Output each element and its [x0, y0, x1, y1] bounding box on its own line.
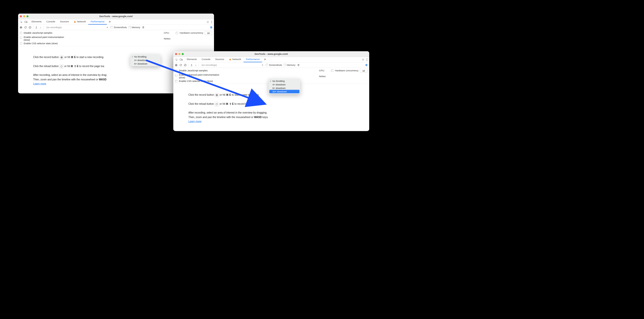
perf-toolbar: (no recordings) ▾ Screenshots Memory [18, 25, 214, 30]
trash-icon[interactable] [142, 26, 144, 29]
tab-sources[interactable]: Sources [213, 57, 226, 62]
device-icon[interactable] [180, 59, 183, 61]
minimize-icon[interactable] [23, 15, 25, 17]
inspect-icon[interactable] [175, 58, 178, 61]
checkbox-label: Disable JavaScript samples [24, 32, 52, 34]
perf-settings-gear-icon[interactable] [210, 26, 212, 29]
reload-button[interactable] [214, 102, 219, 106]
perf-settings-gear-icon[interactable] [365, 64, 368, 66]
inspect-icon[interactable] [20, 21, 23, 23]
titlebar[interactable]: DevTools - www.google.com/ [18, 14, 214, 19]
tab-performance[interactable]: Performance [88, 19, 107, 25]
close-icon[interactable] [175, 53, 177, 55]
tabs-overflow[interactable] [107, 19, 113, 25]
titlebar[interactable]: DevTools - www.google.com/ [173, 51, 369, 57]
tabs-overflow[interactable] [262, 57, 268, 62]
kebab-icon[interactable] [211, 21, 212, 23]
record-button[interactable] [215, 93, 219, 97]
cpu-label: CPU: [164, 32, 170, 34]
disable-js-checkbox[interactable]: Disable JavaScript samples [20, 32, 161, 34]
screenshots-checkbox[interactable]: Screenshots [266, 64, 282, 67]
screenshots-checkbox[interactable]: Screenshots [111, 26, 127, 29]
divider [199, 64, 199, 67]
gear-icon[interactable] [362, 58, 364, 61]
reload-hint: Click the reload button or hit ⌘ ⇧ E to … [188, 102, 354, 106]
record-button[interactable] [60, 55, 64, 60]
cpu-throttle-dropdown[interactable]: No throttling 4× slowdown 6× slowdown [130, 54, 160, 66]
adv-paint-checkbox[interactable]: Enable advanced paint instrumentation (s… [20, 36, 161, 41]
dropdown-item[interactable]: 4× slowdown [130, 59, 160, 62]
kebab-icon[interactable] [366, 58, 367, 61]
tab-performance[interactable]: Performance [243, 57, 262, 62]
checkbox-label: Enable CSS selector stats (slow) [179, 80, 213, 83]
divider [33, 26, 33, 29]
memory-checkbox[interactable]: Memory [284, 64, 295, 67]
dropdown-item[interactable]: 4× slowdown [269, 83, 300, 86]
dropdown-item-selected[interactable]: 20× slowdown [269, 90, 299, 93]
clear-icon[interactable] [184, 64, 187, 67]
gear-icon[interactable] [206, 21, 209, 23]
svg-point-24 [176, 65, 177, 66]
tab-network[interactable]: Network [71, 19, 88, 25]
upload-icon[interactable] [190, 64, 193, 66]
hw-concurrency-input[interactable] [360, 69, 367, 73]
traffic-lights[interactable] [20, 15, 28, 17]
learn-more-link[interactable]: Learn more [33, 82, 46, 85]
minimize-icon[interactable] [178, 53, 180, 55]
close-icon[interactable] [20, 15, 22, 17]
network-label: Netwo [164, 37, 170, 40]
checkbox-label: Hardware concurrency [180, 32, 203, 34]
checkbox-label: Hardware concurrency [335, 69, 358, 72]
hw-concurrency-checkbox[interactable]: Hardware concurrency [176, 32, 203, 34]
recordings-select[interactable]: (no recordings) ▾ [45, 26, 109, 29]
record-icon[interactable] [175, 64, 178, 67]
chevron-double-right-icon [264, 58, 266, 61]
reload-button[interactable] [59, 64, 64, 69]
tabstrip: Elements Console Sources Network Perform… [173, 57, 369, 63]
tab-sources[interactable]: Sources [58, 19, 71, 25]
dropdown-item[interactable]: 6× slowdown [130, 62, 160, 66]
trash-icon[interactable] [297, 64, 300, 66]
svg-point-13 [61, 57, 62, 58]
clear-icon[interactable] [29, 26, 31, 29]
perf-settings-panel: Disable JavaScript samples CPU: Hardware… [18, 30, 214, 46]
disable-js-checkbox[interactable]: Disable JavaScript samples [175, 69, 316, 72]
recordings-label: (no recordings) [202, 64, 217, 66]
after-text-1: After recording, select an area of inter… [188, 111, 354, 115]
reload-icon[interactable] [24, 26, 27, 29]
hw-concurrency-input[interactable] [205, 31, 212, 35]
upload-icon[interactable] [35, 26, 38, 29]
devtools-window-right: DevTools - www.google.com/ Elements Cons… [173, 51, 369, 131]
tab-elements[interactable]: Elements [184, 57, 199, 62]
tab-console[interactable]: Console [44, 19, 58, 25]
warning-icon [229, 58, 231, 61]
svg-point-5 [207, 22, 208, 22]
tab-label: Sources [60, 20, 69, 23]
recordings-select[interactable]: (no recordings) ▾ [201, 64, 264, 67]
dropdown-item[interactable]: No throttling [269, 79, 300, 83]
checkbox-label: Enable advanced paint instrumentation (s… [24, 36, 66, 41]
dropdown-item[interactable]: 6× slowdown [269, 86, 300, 90]
tab-console[interactable]: Console [199, 57, 213, 62]
device-icon[interactable] [24, 21, 27, 23]
download-icon[interactable] [195, 64, 197, 66]
css-stats-checkbox[interactable]: Enable CSS selector stats (slow) [20, 42, 161, 45]
learn-more-link[interactable]: Learn more [188, 120, 201, 123]
zoom-icon[interactable] [27, 15, 29, 17]
record-icon[interactable] [20, 26, 22, 29]
svg-rect-17 [230, 59, 230, 60]
reload-icon[interactable] [179, 64, 182, 67]
hw-concurrency-checkbox[interactable]: Hardware concurrency [331, 69, 358, 72]
traffic-lights[interactable] [175, 53, 184, 55]
download-icon[interactable] [39, 26, 42, 29]
cpu-throttle-dropdown[interactable]: No throttling 4× slowdown 6× slowdown 20… [269, 79, 300, 94]
adv-paint-checkbox[interactable]: Enable advanced paint instrumentation (s… [175, 74, 316, 79]
svg-point-7 [211, 22, 212, 22]
zoom-icon[interactable] [182, 53, 184, 55]
memory-checkbox[interactable]: Memory [129, 26, 140, 29]
tab-elements[interactable]: Elements [29, 19, 44, 25]
tab-network[interactable]: Network [227, 57, 244, 62]
dropdown-item[interactable]: No throttling [130, 55, 160, 59]
svg-point-27 [216, 95, 217, 96]
svg-point-8 [211, 23, 212, 23]
